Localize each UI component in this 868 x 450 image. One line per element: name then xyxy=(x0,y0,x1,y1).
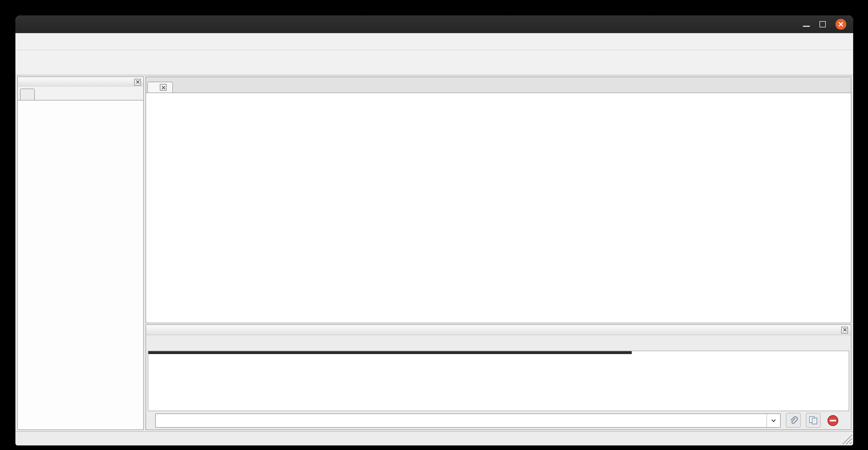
editor-tab-close-icon[interactable] xyxy=(160,84,167,91)
command-input[interactable] xyxy=(156,414,767,427)
screen xyxy=(0,0,868,450)
management-panel xyxy=(17,77,144,430)
command-copy-button[interactable] xyxy=(806,413,820,428)
menu-bar xyxy=(16,33,853,50)
toolbar xyxy=(16,50,853,76)
logs-header xyxy=(146,325,851,335)
main-content xyxy=(16,76,853,431)
minimize-button[interactable] xyxy=(803,25,810,27)
window-controls xyxy=(803,16,846,33)
logs-panel xyxy=(146,324,851,430)
titlebar xyxy=(16,16,853,33)
editor-tab-first-cc[interactable] xyxy=(147,82,173,92)
command-input-wrap xyxy=(155,413,781,427)
close-button[interactable] xyxy=(835,19,846,30)
command-row xyxy=(146,411,851,429)
editor-tabbar xyxy=(146,77,851,92)
debugger-output-area xyxy=(148,351,849,411)
code-editor[interactable] xyxy=(146,92,851,323)
project-tree xyxy=(18,100,143,429)
logs-close-icon[interactable] xyxy=(841,326,848,333)
management-tabs xyxy=(18,87,143,100)
tab-projects[interactable] xyxy=(20,89,35,100)
debugger-log xyxy=(150,355,848,411)
output-remnant-strip xyxy=(148,351,631,354)
stop-icon[interactable] xyxy=(827,414,839,426)
management-header xyxy=(18,77,143,87)
codeblocks-window xyxy=(16,16,853,445)
status-bar xyxy=(16,431,853,445)
management-close-icon[interactable] xyxy=(134,79,141,85)
maximize-button[interactable] xyxy=(819,21,826,27)
command-attach-button[interactable] xyxy=(786,413,801,428)
command-dropdown-button[interactable] xyxy=(767,414,780,427)
resize-grip-icon[interactable] xyxy=(839,431,852,445)
logs-tabbar xyxy=(146,335,851,351)
editor-column xyxy=(146,77,851,430)
